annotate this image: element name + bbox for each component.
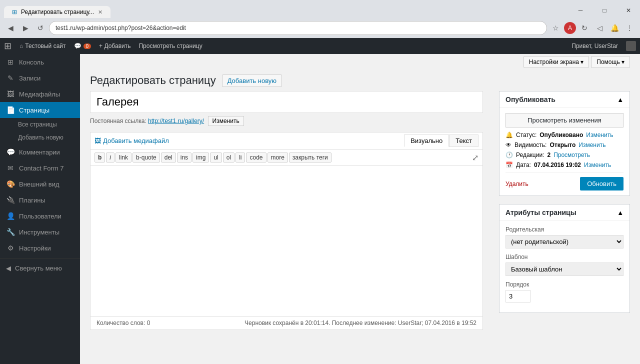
publish-box-header[interactable]: Опубликовать ▲ (500, 92, 630, 108)
sidebar-item-comments[interactable]: 💬 Комментарии (0, 144, 80, 160)
forward-button[interactable]: ▶ (19, 22, 32, 34)
format-link[interactable]: link (116, 152, 132, 162)
add-media-button[interactable]: 🖼 Добавить медиафайл (94, 137, 169, 144)
address-bar[interactable]: test1.ru/wp-admin/post.php?post=26&actio… (56, 24, 186, 32)
tab-close-button[interactable]: ✕ (98, 9, 102, 16)
format-more[interactable]: more (268, 152, 288, 162)
visibility-change-link[interactable]: Изменить (578, 142, 606, 148)
editor-toolbar-top: 🖼 Добавить медиафайл Визуально Текст (90, 132, 482, 150)
add-new-link[interactable]: + Добавить (99, 42, 130, 50)
profile-icon: A (564, 22, 576, 34)
format-code[interactable]: code (246, 152, 266, 162)
sidebar-subitem-all-pages[interactable]: Все страницы (0, 118, 80, 131)
nav-button[interactable]: ◁ (593, 22, 606, 34)
bookmark-button[interactable]: ☆ (549, 22, 562, 34)
sidebar-item-media[interactable]: 🖼 Медиафайлы (0, 86, 80, 102)
menu-button[interactable]: ⋮ (623, 22, 636, 34)
sidebar-item-appearance[interactable]: 🎨 Внешний вид (0, 176, 80, 192)
format-bquote[interactable]: b-quote (132, 152, 160, 162)
tools-icon: 🔧 (6, 228, 15, 236)
main-content: Настройки экрана ▾ Помощь ▾ Редактироват… (80, 54, 640, 364)
revisions-label: Редакции: (516, 152, 544, 158)
back-button[interactable]: ◀ (4, 22, 17, 34)
revisions-row: 🕐 Редакции: 2 Просмотреть (506, 152, 624, 158)
pages-icon: 📄 (6, 106, 15, 114)
post-title-input[interactable] (90, 91, 483, 113)
date-label: Дата: (516, 162, 531, 168)
attributes-box-title: Атрибуты страницы (506, 208, 576, 216)
comments-link[interactable]: 💬 0 (74, 42, 92, 50)
update-button[interactable]: Обновить (580, 177, 624, 190)
sidebar-item-settings[interactable]: ⚙ Настройки (0, 240, 80, 256)
tab-text[interactable]: Текст (449, 134, 478, 147)
permalink-change-button[interactable]: Изменить (208, 116, 244, 126)
parent-row: Родительская (нет родительской) (506, 226, 624, 248)
page-header: Редактировать страницу Добавить новую (80, 68, 640, 91)
visibility-row: 👁 Видимость: Открыто Изменить (506, 142, 624, 148)
sidebar-subitem-add-page[interactable]: Добавить новую (0, 131, 80, 144)
template-label: Шаблон (506, 254, 624, 260)
wordpress-favicon: ⊞ (12, 8, 17, 16)
add-media-icon: 🖼 (94, 137, 101, 144)
parent-label: Родительская (506, 226, 624, 233)
revisions-link[interactable]: Просмотреть (554, 152, 590, 158)
comments-count: 0 (84, 44, 92, 49)
close-button[interactable]: ✕ (617, 3, 640, 18)
status-change-link[interactable]: Изменить (586, 132, 613, 138)
main-editor-area: Постоянная ссылка: http://test1.ru/galle… (90, 91, 483, 330)
sidebar-item-users[interactable]: 👤 Пользователи (0, 208, 80, 224)
format-close-tags[interactable]: закрыть теги (289, 152, 332, 162)
permalink-label: Постоянная ссылка: (90, 118, 146, 124)
maximize-button[interactable]: □ (593, 3, 616, 18)
help-button[interactable]: Помощь ▾ (591, 56, 630, 68)
wp-admin-topbar: ⊞ ⌂ Тестовый сайт 💬 0 + Добавить Просмот… (0, 38, 640, 54)
date-row: 📅 Дата: 07.04.2016 19:02 Изменить (506, 162, 624, 168)
editor-footer: Количество слов: 0 Черновик сохранён в 2… (90, 316, 482, 330)
sidebar-item-console[interactable]: ⊞ Консоль (0, 54, 80, 70)
reload-button[interactable]: ↻ (578, 22, 591, 34)
screen-options-button[interactable]: Настройки экрана ▾ (524, 56, 590, 68)
tab-visual[interactable]: Визуально (404, 134, 449, 147)
attributes-collapse-icon: ▲ (617, 209, 624, 216)
template-select[interactable]: Базовый шаблон (506, 262, 624, 276)
sidebar-collapse[interactable]: ◀ Свернуть меню (0, 260, 80, 276)
site-name[interactable]: ⌂ Тестовый сайт (20, 42, 66, 50)
date-change-link[interactable]: Изменить (584, 162, 611, 168)
order-input[interactable] (506, 290, 530, 302)
attributes-box-body: Родительская (нет родительской) Шаблон Б… (500, 221, 630, 312)
sidebar: ⊞ Консоль ✎ Записи 🖼 Медиафайлы 📄 Страни… (0, 54, 80, 364)
format-ul[interactable]: ul (210, 152, 222, 162)
editor-content-area[interactable] (90, 166, 482, 316)
attributes-box-header[interactable]: Атрибуты страницы ▲ (500, 204, 630, 221)
publish-actions: Удалить Обновить (506, 172, 624, 190)
sidebar-item-plugins[interactable]: 🔌 Плагины (0, 192, 80, 208)
delete-button[interactable]: Удалить (506, 180, 528, 188)
add-new-button[interactable]: Добавить новую (222, 74, 282, 87)
format-img[interactable]: img (192, 152, 209, 162)
console-icon: ⊞ (6, 58, 15, 66)
view-site-link[interactable]: Просмотреть страницу (138, 42, 202, 50)
settings-icon: ⚙ (6, 244, 15, 252)
sidebar-item-posts[interactable]: ✎ Записи (0, 70, 80, 86)
sidebar-item-pages[interactable]: 📄 Страницы (0, 102, 80, 118)
refresh-button[interactable]: ↺ (34, 22, 47, 34)
bell-button[interactable]: 🔔 (608, 22, 621, 34)
sidebar-divider (0, 258, 80, 258)
appearance-icon: 🎨 (6, 180, 15, 188)
editor-formatting-toolbar: b i link b-quote del ins img ul ol li co… (90, 150, 482, 166)
editor-expand-button[interactable]: ⤢ (472, 153, 478, 162)
format-bold[interactable]: b (94, 152, 105, 162)
sidebar-item-contact-form[interactable]: ✉ Contact Form 7 (0, 160, 80, 176)
format-italic[interactable]: i (106, 152, 114, 162)
sidebar-item-tools[interactable]: 🔧 Инструменты (0, 224, 80, 240)
parent-select[interactable]: (нет родительской) (506, 235, 624, 248)
editor-layout: Постоянная ссылка: http://test1.ru/galle… (80, 91, 640, 330)
preview-changes-button[interactable]: Просмотреть изменения (506, 113, 624, 128)
format-ol[interactable]: ol (223, 152, 234, 162)
format-del[interactable]: del (161, 152, 176, 162)
format-li[interactable]: li (236, 152, 245, 162)
minimize-button[interactable]: ─ (569, 3, 592, 18)
format-ins[interactable]: ins (177, 152, 192, 162)
publish-meta-box: Опубликовать ▲ Просмотреть изменения 🔔 С… (499, 91, 630, 196)
permalink-url[interactable]: http://test1.ru/gallery/ (148, 118, 204, 124)
